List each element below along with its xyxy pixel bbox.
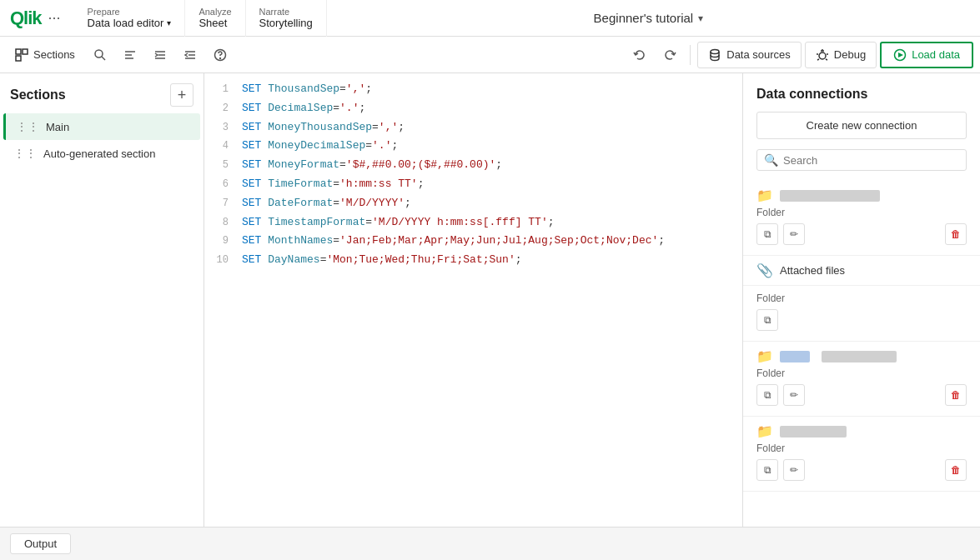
code-line: 5SET MoneyFormat='$#,##0.00;($#,##0.00)'… [204, 156, 742, 175]
data-sources-button[interactable]: Data sources [697, 42, 802, 68]
connection-edit-button-2[interactable]: ✏ [783, 384, 805, 406]
search-input[interactable] [783, 154, 959, 167]
code-area[interactable]: 1SET ThousandSep=',';2SET DecimalSep='.'… [204, 73, 742, 527]
line-code: SET DayNames='Mon;Tue;Wed;Thu;Fri;Sat;Su… [242, 252, 742, 269]
line-number: 9 [204, 233, 242, 249]
svg-point-17 [819, 52, 826, 59]
debug-icon [816, 48, 829, 62]
connection-name-bar-2a [780, 351, 810, 362]
sidebar-item-main[interactable]: ⋮⋮ Main 🗑 [3, 113, 200, 140]
line-number: 3 [204, 120, 242, 136]
svg-marker-19 [898, 52, 903, 58]
sections-button[interactable]: Sections [7, 42, 83, 68]
code-line: 7SET DateFormat='M/D/YYYY'; [204, 194, 742, 213]
redo-button[interactable] [656, 42, 683, 68]
line-code: SET DateFormat='M/D/YYYY'; [242, 195, 742, 212]
connection-copy-button-2[interactable]: ⧉ [756, 384, 778, 406]
folder-icon-1: 📁 [756, 188, 773, 203]
add-section-button[interactable]: + [170, 83, 193, 107]
line-number: 6 [204, 177, 242, 192]
drag-handle-icon-2: ⋮⋮ [13, 147, 37, 160]
main-content: Sections + ⋮⋮ Main 🗑 ⋮⋮ Auto-generated s… [0, 73, 980, 527]
right-panel: Data connections Create new connection 🔍… [742, 73, 980, 527]
help-button[interactable] [207, 42, 234, 68]
line-code: SET DecimalSep='.'; [242, 100, 742, 118]
toolbar: Sections [0, 37, 980, 73]
line-number: 5 [204, 158, 242, 173]
code-line: 8SET TimestampFormat='M/D/YYYY h:mm:ss[.… [204, 213, 742, 232]
connection-delete-button-3[interactable]: 🗑 [945, 459, 967, 481]
nav-analyze[interactable]: Analyze Sheet [185, 0, 245, 37]
toolbar-divider-1 [690, 45, 691, 65]
connection-label-1: Folder [756, 207, 967, 218]
search-icon: 🔍 [764, 153, 778, 167]
top-nav: Qlik ··· Prepare Data load editor ▾ Anal… [0, 0, 980, 37]
drag-handle-icon: ⋮⋮ [16, 120, 39, 133]
connection-actions-1: ⧉ ✏ 🗑 [756, 223, 967, 252]
redo-icon [663, 48, 676, 62]
code-editor[interactable]: 1SET ThousandSep=',';2SET DecimalSep='.'… [204, 73, 742, 527]
svg-rect-1 [23, 49, 28, 54]
code-line: 2SET DecimalSep='.'; [204, 99, 742, 118]
debug-button[interactable]: Debug [805, 42, 877, 68]
nav-narrate[interactable]: Narrate Storytelling [246, 0, 327, 37]
code-line: 6SET TimeFormat='h:mm:ss TT'; [204, 175, 742, 194]
connection-delete-button-1[interactable]: 🗑 [945, 223, 967, 245]
connection-item-attached: Folder ⧉ [743, 286, 980, 342]
nav-prepare-label: Prepare [88, 7, 172, 17]
sidebar-item-autogenerated[interactable]: ⋮⋮ Auto-generated section [3, 140, 200, 167]
undo-button[interactable] [626, 42, 653, 68]
attached-files-label: Attached files [780, 264, 845, 277]
nav-menu-icon[interactable]: ··· [48, 9, 61, 27]
format-button[interactable] [117, 42, 143, 68]
nav-prepare-title: Data load editor ▾ [88, 17, 172, 29]
connection-label-3: Folder [756, 442, 967, 454]
create-connection-button[interactable]: Create new connection [756, 112, 967, 139]
svg-point-15 [219, 58, 220, 58]
connection-copy-button-1[interactable]: ⧉ [756, 223, 778, 245]
connection-delete-button-2[interactable]: 🗑 [945, 384, 967, 406]
attached-folder-label: Folder [756, 292, 967, 304]
attached-copy-button[interactable]: ⧉ [756, 309, 778, 331]
debug-label: Debug [834, 48, 866, 61]
bottom-bar: Output [0, 527, 980, 560]
search-toolbar-button[interactable] [87, 42, 113, 68]
indent-icon [153, 48, 167, 62]
line-code: SET TimestampFormat='M/D/YYYY h:mm:ss[.f… [242, 214, 742, 232]
load-data-play-icon [893, 48, 907, 62]
indent-button[interactable] [147, 42, 173, 68]
undo-icon [633, 48, 646, 62]
line-code: SET ThousandSep=','; [242, 81, 742, 98]
nav-narrate-title: Storytelling [259, 17, 313, 29]
sidebar-title: Sections [10, 88, 66, 102]
connection-edit-button-1[interactable]: ✏ [783, 223, 805, 245]
code-line: 9SET MonthNames='Jan;Feb;Mar;Apr;May;Jun… [204, 232, 742, 251]
connection-name-bar-2b [822, 351, 897, 362]
connection-edit-button-3[interactable]: ✏ [783, 459, 805, 481]
load-data-button[interactable]: Load data [880, 42, 973, 68]
line-code: SET MoneyDecimalSep='.'; [242, 138, 742, 155]
sidebar: Sections + ⋮⋮ Main 🗑 ⋮⋮ Auto-generated s… [0, 73, 204, 527]
connection-name-bar-3 [780, 426, 847, 438]
app-name[interactable]: Beginner's tutorial ▾ [594, 11, 704, 25]
qlik-logo[interactable]: Qlik [10, 8, 42, 29]
code-line: 10SET DayNames='Mon;Tue;Wed;Thu;Fri;Sat;… [204, 251, 742, 270]
nav-prepare[interactable]: Prepare Data load editor ▾ [74, 0, 186, 37]
nav-analyze-title: Sheet [199, 17, 231, 29]
outdent-button[interactable] [177, 42, 204, 68]
search-icon [93, 48, 107, 62]
line-number: 1 [204, 82, 242, 98]
line-number: 10 [204, 252, 242, 268]
connection-actions-3: ⧉ ✏ 🗑 [756, 459, 967, 488]
svg-rect-2 [16, 56, 21, 61]
data-sources-label: Data sources [726, 48, 791, 61]
data-sources-icon [708, 48, 721, 62]
code-line: 1SET ThousandSep=','; [204, 80, 742, 99]
help-icon [214, 48, 227, 62]
folder-icon-2: 📁 [756, 348, 773, 364]
search-box: 🔍 [756, 149, 967, 171]
connection-actions-2: ⧉ ✏ 🗑 [756, 384, 967, 412]
output-button[interactable]: Output [10, 533, 71, 554]
connection-copy-button-3[interactable]: ⧉ [756, 459, 778, 481]
svg-point-16 [711, 49, 719, 53]
